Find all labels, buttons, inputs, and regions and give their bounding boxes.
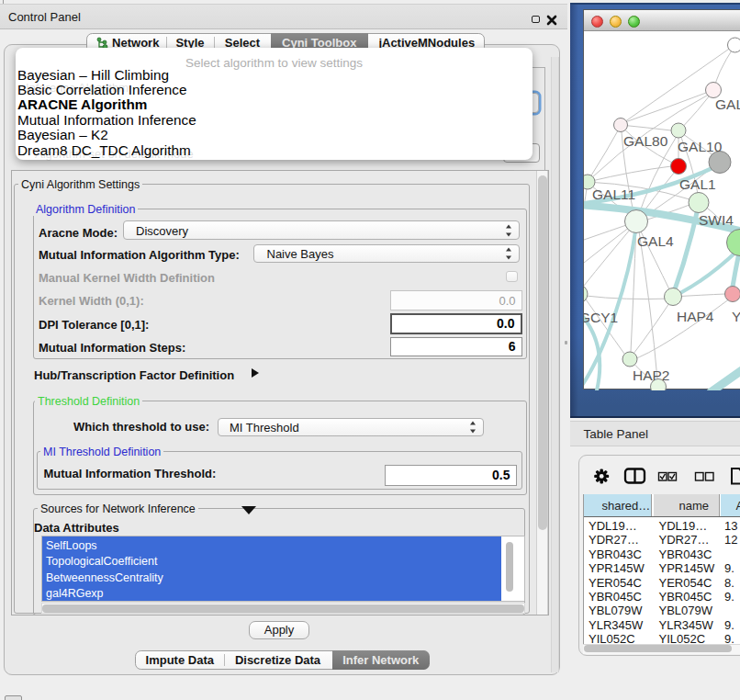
svg-text:GAL1: GAL1	[679, 175, 716, 191]
svg-text:GAL2: GAL2	[715, 96, 740, 112]
svg-text:GAL10: GAL10	[678, 138, 723, 153]
svg-text:YJ: YJ	[732, 308, 740, 323]
svg-text:GAL4: GAL4	[637, 232, 674, 248]
svg-text:GCY1: GCY1	[584, 310, 618, 325]
svg-text:SWI4: SWI4	[699, 212, 734, 228]
svg-text:GAL11: GAL11	[592, 186, 635, 202]
svg-text:HAP2: HAP2	[633, 367, 670, 382]
svg-text:GAL80: GAL80	[623, 133, 668, 149]
svg-text:HAP4: HAP4	[677, 308, 714, 323]
